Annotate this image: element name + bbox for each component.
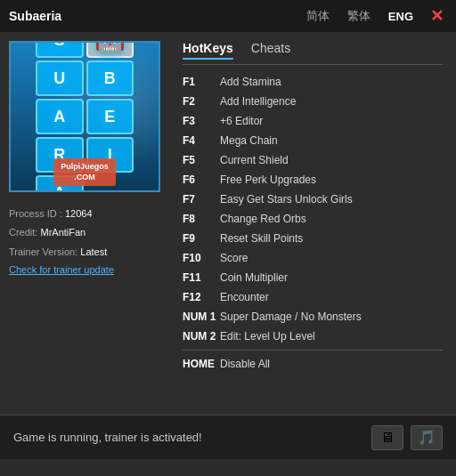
game-image: S 🤖 U B A E R I A PulpiJuegos.COM [9,41,160,192]
hotkey-f6-key: F6 [183,172,220,188]
right-panel: HotKeys Cheats F1 Add Stamina F2 Add Int… [169,32,456,415]
credit-value: MrAntiFan [40,227,86,238]
hotkey-f5: F5 Current Shield [183,152,443,168]
music-icon[interactable]: 🎵 [411,425,443,450]
close-button[interactable]: ✕ [427,6,447,26]
hotkey-f3-key: F3 [183,113,220,129]
left-panel: S 🤖 U B A E R I A PulpiJuegos.COM Proces… [0,32,169,415]
hotkey-home-key: HOME [183,356,220,372]
credit-label: Credit: [9,227,40,238]
lang-traditional[interactable]: 繁体 [343,6,375,26]
hotkey-home: HOME Disable All [183,356,443,372]
hotkey-f12-key: F12 [183,289,220,305]
hotkey-f7-key: F7 [183,191,220,207]
status-message: Game is running, trainer is activated! [13,431,202,444]
hotkey-f5-desc: Current Shield [220,152,289,168]
trainer-version-label: Trainer Version: [9,246,80,257]
hotkey-f11-key: F11 [183,270,220,286]
hotkey-f5-key: F5 [183,152,220,168]
logo-tile-s: S [36,41,84,58]
hotkey-f4-key: F4 [183,133,220,149]
hotkey-f10: F10 Score [183,250,443,266]
hotkey-f3: F3 +6 Editor [183,113,443,129]
hotkey-f7-desc: Easy Get Stars Unlock Girls [220,191,353,207]
update-link[interactable]: Check for trainer update [9,264,160,275]
hotkey-f1-desc: Add Stamina [220,74,281,90]
trainer-version-row: Trainer Version: Latest [9,246,160,259]
hotkey-f9-desc: Reset Skill Points [220,230,303,246]
process-id-label: Process ID : [9,208,65,219]
title-bar: Subaeria 简体 繁体 ENG ✕ [0,0,456,32]
logo-tile-robot: 🤖 [86,41,134,58]
hotkey-f9-key: F9 [183,230,220,246]
logo-tile-e: E [86,99,134,134]
title-bar-controls: 简体 繁体 ENG ✕ [302,6,447,26]
credit-row: Credit: MrAntiFan [9,226,160,239]
logo-tile-b: B [86,61,134,96]
logo-tile-u: U [36,61,84,96]
hotkey-num2: NUM 2 Edit: Level Up Level [183,328,443,344]
divider [183,350,443,351]
watermark: PulpiJuegos.COM [53,158,116,186]
monitor-icon[interactable]: 🖥 [371,425,403,450]
main-content: S 🤖 U B A E R I A PulpiJuegos.COM Proces… [0,32,456,415]
hotkey-f8-key: F8 [183,211,220,227]
hotkey-f4: F4 Mega Chain [183,133,443,149]
hotkeys-list: F1 Add Stamina F2 Add Intelligence F3 +6… [183,74,443,406]
hotkey-f11: F11 Coin Multiplier [183,270,443,286]
hotkey-num2-key: NUM 2 [183,328,220,344]
hotkey-f4-desc: Mega Chain [220,133,278,149]
hotkey-f2-desc: Add Intelligence [220,93,296,109]
hotkey-num1-desc: Super Damage / No Monsters [220,309,362,325]
hotkey-f3-desc: +6 Editor [220,113,263,129]
hotkey-f2-key: F2 [183,93,220,109]
hotkey-f10-desc: Score [220,250,248,266]
lang-english[interactable]: ENG [384,8,418,25]
hotkey-f1-key: F1 [183,74,220,90]
hotkey-f8-desc: Change Red Orbs [220,211,306,227]
hotkey-f12: F12 Encounter [183,289,443,305]
hotkey-f8: F8 Change Red Orbs [183,211,443,227]
hotkey-num1: NUM 1 Super Damage / No Monsters [183,309,443,325]
hotkey-f2: F2 Add Intelligence [183,93,443,109]
tab-cheats[interactable]: Cheats [251,41,290,60]
hotkey-f12-desc: Encounter [220,289,269,305]
watermark-overlay: PulpiJuegos.COM [11,158,159,186]
lang-simplified[interactable]: 简体 [302,6,334,26]
tab-hotkeys[interactable]: HotKeys [183,41,233,60]
hotkey-f7: F7 Easy Get Stars Unlock Girls [183,191,443,207]
hotkey-num2-desc: Edit: Level Up Level [220,328,315,344]
tab-bar: HotKeys Cheats [183,41,443,65]
bottom-bar: Game is running, trainer is activated! 🖥… [0,415,456,459]
hotkey-f11-desc: Coin Multiplier [220,270,288,286]
trainer-version-value: Latest [80,246,107,257]
hotkey-num1-key: NUM 1 [183,309,220,325]
info-section: Process ID : 12064 Credit: MrAntiFan Tra… [9,207,160,275]
hotkey-f1: F1 Add Stamina [183,74,443,90]
process-id-row: Process ID : 12064 [9,207,160,221]
hotkey-f9: F9 Reset Skill Points [183,230,443,246]
hotkey-f6: F6 Free Perk Upgrades [183,172,443,188]
logo-tile-a: A [36,99,84,134]
process-id-value: 12064 [65,208,93,219]
hotkey-home-desc: Disable All [220,356,270,372]
bottom-icons: 🖥 🎵 [371,425,443,450]
hotkey-f6-desc: Free Perk Upgrades [220,172,316,188]
app-title: Subaeria [9,9,61,23]
hotkey-f10-key: F10 [183,250,220,266]
